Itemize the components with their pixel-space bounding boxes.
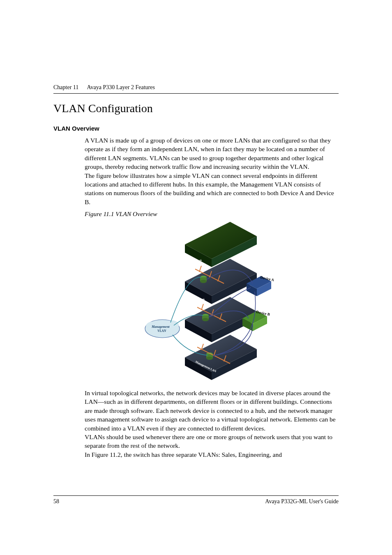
header-divider (53, 93, 339, 94)
svg-point-20 (200, 280, 207, 283)
management-vlan-cloud: Management VLAN (145, 320, 180, 338)
svg-line-22 (199, 266, 201, 272)
floor-top (185, 259, 257, 304)
page-content: Chapter 11 Avaya P330 Layer 2 Features V… (0, 0, 392, 459)
roof (185, 222, 257, 267)
management-vlan-label-line2: VLAN (157, 329, 167, 333)
page-footer: 58 Avaya P332G-ML User's Guide (53, 495, 339, 505)
svg-point-27 (202, 318, 209, 321)
vlan-diagram: Device A Device B R&D LAN (138, 222, 286, 382)
figure-container: Device A Device B R&D LAN (85, 222, 339, 382)
guide-title: Avaya P332G-ML User's Guide (265, 498, 339, 505)
paragraph-3: In virtual topological networks, the net… (85, 389, 339, 433)
svg-point-34 (206, 357, 213, 360)
management-vlan-label-line1: Management (151, 325, 170, 329)
paragraph-5: In Figure 11.2, the switch has three sep… (85, 450, 339, 459)
page-number: 58 (53, 498, 59, 505)
paragraph-2: The figure below illustrates how a simpl… (85, 171, 339, 207)
paragraph-4: VLANs should be used whenever there are … (85, 433, 339, 450)
section-title: VLAN Configuration (53, 102, 339, 115)
chapter-label: Chapter 11 (53, 84, 78, 90)
figure-caption: Figure 11.1 VLAN Overview (85, 210, 339, 218)
subsection-title: VLAN Overview (53, 125, 339, 132)
rd-lan-top-label: R&D LAN (189, 258, 202, 267)
paragraph-1: A VLAN is made up of a group of devices … (85, 136, 339, 171)
page-header: Chapter 11 Avaya P330 Layer 2 Features (53, 84, 339, 91)
chapter-title: Avaya P330 Layer 2 Features (87, 84, 155, 90)
svg-line-29 (201, 304, 203, 310)
footer-divider (53, 495, 339, 496)
